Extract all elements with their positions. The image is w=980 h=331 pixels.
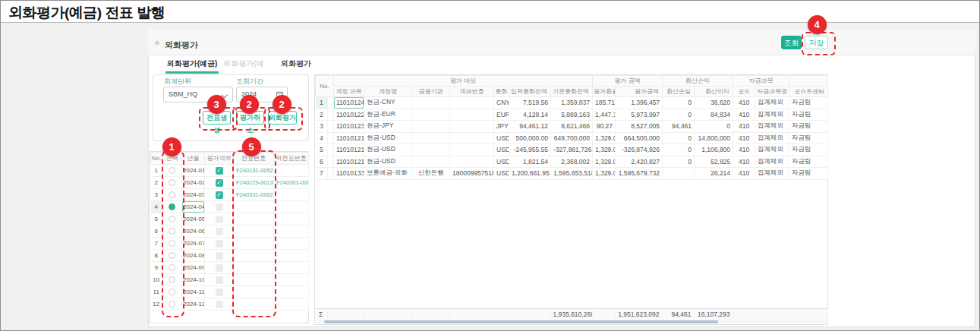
month-row[interactable]: 42024-04 (151, 201, 309, 213)
cell-month[interactable]: 2024-07 (182, 238, 205, 250)
month-row[interactable]: 82024-08 (151, 250, 309, 262)
cell-month[interactable]: 2024-06 (182, 225, 205, 238)
month-radio[interactable] (169, 276, 175, 283)
month-row[interactable]: 102024-10 (151, 274, 309, 286)
cell-fund-name: 집계제외 (755, 109, 789, 121)
slip-no-link[interactable]: F240331-0002 (236, 191, 273, 198)
month-radio[interactable] (169, 301, 175, 307)
cell-no: 2 (316, 109, 328, 121)
month-row[interactable]: 92024-09 (151, 262, 309, 274)
cell-month[interactable]: 2024-09 (182, 262, 205, 274)
cell-slip-no (234, 274, 274, 286)
cell-bank (412, 97, 450, 109)
month-radio[interactable] (169, 264, 175, 271)
sum-gain: 16,107,293 (694, 308, 733, 320)
result-row[interactable]: 411010121현금-USDUSD500,000.00649,700,0001… (316, 132, 828, 144)
tab-fx-eval-deposit[interactable]: 외화평가(예금) (165, 55, 219, 74)
evaluated-checkbox[interactable] (216, 240, 223, 247)
cell-fund-code: 410 (733, 121, 755, 133)
month-row[interactable]: 22024-02✓F240229-0013F240301-0001 (151, 177, 309, 189)
slip-no-link[interactable]: F240131-0052 (236, 167, 273, 174)
col-eval-amt: 평가금액 (616, 87, 663, 97)
evaluated-checkbox[interactable] (216, 276, 223, 284)
group-eval-amount: 평가 금액 (593, 76, 663, 87)
callout-number-1: 1 (162, 137, 181, 156)
cell-rate: 1,329.00 (593, 156, 616, 168)
cell-reverse-slip-no (274, 201, 309, 213)
cell-no: 6 (151, 225, 162, 238)
month-table-body: 12024-01✓F240131-005222024-02✓F240229-00… (151, 165, 309, 311)
month-radio[interactable] (169, 179, 175, 186)
reverse-slip-no-link[interactable]: F240301-0001 (276, 179, 309, 186)
cell-gain: 0 (695, 121, 733, 133)
result-row[interactable]: 611010121현금-USDUSD1,821.542,368,0021,329… (316, 156, 828, 168)
cell-evaluated (205, 213, 234, 225)
cell-account-no (450, 97, 494, 109)
tab-fx-eval-non-deposit[interactable]: 외화평가(예금외) (221, 55, 266, 74)
month-radio[interactable] (169, 167, 175, 174)
cell-select (162, 286, 182, 298)
result-row[interactable]: 711010133보통예금-외화신한은행180009957518USD1,200… (316, 168, 828, 180)
evaluated-checkbox[interactable] (216, 228, 223, 235)
month-radio[interactable] (169, 240, 175, 247)
favorite-star-icon[interactable]: ★ (153, 38, 161, 47)
cell-month[interactable]: 2024-01 (182, 165, 205, 177)
cell-month[interactable]: 2024-04 (182, 201, 205, 213)
month-radio[interactable] (169, 203, 175, 210)
month-row[interactable]: 52024-05 (151, 213, 309, 225)
month-row[interactable]: 112024-11 (151, 286, 309, 298)
cell-acct-name: 현금-USD (364, 144, 412, 156)
month-row[interactable]: 122024-12 (151, 298, 309, 311)
cell-slip-no (234, 286, 274, 298)
cell-month[interactable]: 2024-02 (182, 177, 205, 189)
month-radio[interactable] (169, 252, 175, 259)
cell-month[interactable]: 2024-12 (182, 298, 205, 311)
evaluated-checkbox[interactable] (216, 216, 223, 223)
horizontal-scrollbar-thumb[interactable] (324, 320, 718, 323)
evaluated-checkbox[interactable]: ✓ (216, 191, 223, 199)
result-row[interactable]: 511010121현금-USDUSD-245,955.55-327,981,72… (316, 144, 828, 156)
evaluated-checkbox[interactable]: ✓ (216, 167, 223, 175)
month-radio[interactable] (169, 216, 175, 222)
cell-month[interactable]: 2024-10 (182, 274, 205, 286)
col-account-no: 계좌번호 (450, 87, 494, 97)
month-row[interactable]: 62024-06 (151, 225, 309, 238)
evaluated-checkbox[interactable]: ✓ (216, 179, 223, 187)
page-title-bar: 외화평가(예금) 전표 발행 (1, 1, 979, 23)
save-button[interactable]: 저장 (805, 36, 828, 49)
cell-account-no (450, 109, 494, 121)
cell-no: 5 (316, 144, 328, 156)
cell-select (162, 165, 182, 177)
search-button[interactable]: 조회 (781, 36, 802, 49)
month-radio[interactable] (169, 228, 175, 235)
cell-rate: 1,329.00 (593, 132, 616, 144)
month-row[interactable]: 32024-03✓F240331-0002 (151, 189, 309, 201)
month-row[interactable]: 12024-01✓F240131-0052 (151, 165, 309, 177)
month-radio[interactable] (169, 191, 175, 198)
evaluated-checkbox[interactable] (216, 288, 223, 296)
cell-month[interactable]: 2024-03 (182, 189, 205, 201)
cell-no: 1 (151, 165, 162, 177)
cell-rate: 185.71 (593, 97, 616, 109)
evaluated-checkbox[interactable] (216, 252, 223, 260)
tab-fx-eval-adjust[interactable]: 외화평가조정 (279, 55, 314, 74)
cell-no: 3 (151, 189, 162, 201)
cell-month[interactable]: 2024-11 (182, 286, 205, 298)
evaluated-checkbox[interactable] (216, 301, 223, 308)
cell-rate: 1,329.00 (593, 168, 616, 180)
evaluated-checkbox[interactable] (216, 264, 223, 272)
cell-month[interactable]: 2024-08 (182, 250, 205, 262)
cell-select (162, 213, 182, 225)
result-row[interactable]: 211010122현금-EUREUR4,128.145,889,1631,447… (316, 109, 828, 121)
cell-select (162, 189, 182, 201)
evaluated-checkbox[interactable] (216, 203, 223, 211)
result-row[interactable]: 311010123현금-JPYJPY94,461.128,621,46690.2… (316, 121, 828, 133)
month-radio[interactable] (169, 288, 175, 295)
cell-acct-name: 현금-JPY (364, 121, 412, 133)
slip-no-link[interactable]: F240229-0013 (236, 179, 273, 186)
cell-slip-no: F240131-0052 (234, 165, 274, 177)
cell-acct-name: 현금-USD (364, 132, 412, 144)
month-row[interactable]: 72024-07 (151, 238, 309, 250)
cell-month[interactable]: 2024-05 (182, 213, 205, 225)
result-row[interactable]: 111010124현금-CNYCNY7,519.561,359,837185.7… (316, 97, 828, 109)
